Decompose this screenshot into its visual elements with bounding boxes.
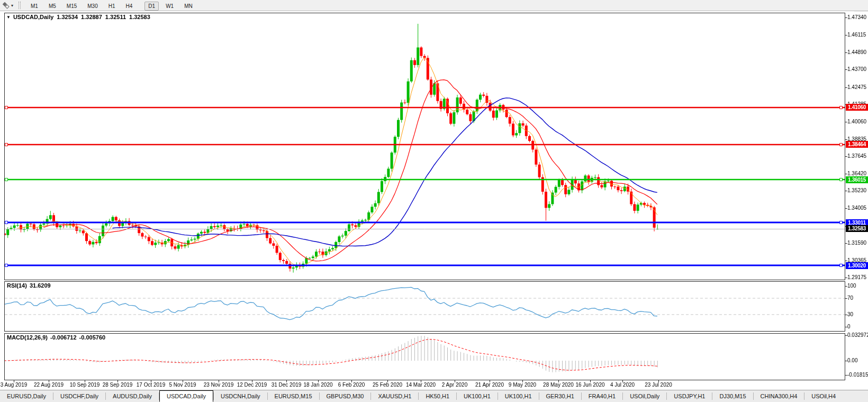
chart-tab-usdchf[interactable]: USDCHF,Daily: [53, 390, 105, 402]
ohlc-high: 1.32887: [81, 14, 102, 20]
price-axis-tick: 1.46115: [847, 32, 866, 38]
chart-tab-usoil[interactable]: USOil,H4: [804, 390, 843, 402]
timeframe-button-m5[interactable]: M5: [45, 2, 60, 11]
date-axis-label: 23 Jul 2020: [645, 382, 672, 388]
price-axis-tick: 1.37645: [847, 153, 866, 159]
price-axis-tick: 1.35230: [847, 187, 866, 193]
rsi-indicator-label: RSI(14)31.6209: [7, 282, 53, 289]
price-axis-tick: 1.36420: [847, 171, 866, 176]
date-axis-label: 25 Feb 2020: [373, 382, 402, 388]
current-price-tag: 1.32583: [846, 225, 868, 232]
chart-tab-uk100[interactable]: UK100,H1: [498, 390, 539, 402]
chart-tab-fra40[interactable]: FRA40,H1: [582, 390, 622, 402]
date-axis-label: 10 Sep 2019: [70, 382, 100, 388]
date-axis-label: 23 Nov 2019: [204, 382, 234, 388]
rsi-name: RSI(14): [7, 282, 27, 289]
date-axis-label: 4 Jul 2020: [610, 382, 635, 388]
timeframe-button-m15[interactable]: M15: [63, 2, 80, 11]
timeframe-button-h4[interactable]: H4: [122, 2, 137, 11]
timeframe-button-w1[interactable]: W1: [162, 2, 177, 11]
chart-tab-china300[interactable]: CHINA300,H4: [754, 390, 804, 402]
chart-tab-hk50[interactable]: HK50,H1: [419, 390, 456, 402]
timeframe-button-m1[interactable]: M1: [27, 2, 42, 11]
date-axis-label: 2 Apr 2020: [442, 382, 467, 388]
date-axis-label: 31 Dec 2019: [272, 382, 302, 388]
chart-tab-eurusd[interactable]: EURUSD,Daily: [0, 390, 53, 402]
chart-tab-eurusd[interactable]: EURUSD,M15: [268, 390, 319, 402]
symbol-title: USDCAD,Daily: [13, 14, 53, 20]
top-toolbar: ▾ M1M5M15M30H1H4D1W1MN: [0, 0, 868, 11]
macd-axis-tick: 0.00: [847, 358, 857, 363]
date-axis-label: 14 Mar 2020: [406, 382, 436, 388]
chevron-down-icon[interactable]: ▾: [11, 3, 13, 8]
chart-tab-dj30[interactable]: DJ30,M15: [712, 390, 753, 402]
date-axis-label: 5 Nov 2019: [169, 382, 196, 388]
price-axis-tick: 1.34005: [847, 205, 866, 211]
date-axis-label: 16 Jun 2020: [575, 382, 604, 388]
chart-tab-usdcnh[interactable]: USDCNH,Daily: [214, 390, 267, 402]
date-axis-label: 12 Dec 2019: [237, 382, 267, 388]
hline-price-tag: 1.38464: [846, 141, 868, 148]
price-chart-canvas[interactable]: [0, 0, 868, 402]
macd-axis-tick: 0.032972: [847, 332, 868, 338]
rsi-axis-tick: 0: [847, 324, 851, 329]
hline-price-tag: 1.30020: [846, 262, 868, 269]
price-axis-tick: 1.42475: [847, 84, 866, 90]
date-axis-label: 3 Aug 2019: [1, 382, 28, 388]
price-axis-tick: 1.40060: [847, 119, 866, 124]
chart-tab-ger30[interactable]: GER30,H1: [539, 390, 581, 402]
chart-tab-bar: EURUSD,DailyUSDCHF,DailyAUDUSD,DailyUSDC…: [0, 390, 868, 402]
macd-indicator-label: MACD(12,26,9)-0.006712-0.005760: [7, 334, 108, 341]
price-axis-tick: 1.43700: [847, 66, 866, 72]
chart-tools-icon[interactable]: [2, 2, 10, 10]
rsi-axis-tick: 70: [847, 295, 853, 301]
ohlc-open: 1.32534: [57, 14, 78, 20]
ohlc-low: 1.32511: [105, 14, 126, 20]
chart-tab-usdcad[interactable]: USDCAD,Daily: [159, 390, 213, 402]
chart-tab-usoil[interactable]: USOil,Daily: [623, 390, 666, 402]
price-axis-tick: 1.29175: [847, 274, 866, 280]
macd-name: MACD(12,26,9): [7, 334, 48, 341]
timeframe-button-d1[interactable]: D1: [144, 2, 159, 11]
rsi-axis-tick: 30: [847, 311, 853, 317]
date-axis-label: 28 May 2020: [543, 382, 574, 388]
chart-title: ▼ USDCAD,Daily 1.32534 1.32887 1.32511 1…: [6, 14, 150, 20]
price-axis-tick: 1.44890: [847, 49, 866, 55]
chart-tab-xauusd[interactable]: XAUUSD,H1: [371, 390, 418, 402]
date-axis-label: 18 Jan 2020: [303, 382, 332, 388]
date-axis-label: 22 Aug 2019: [34, 382, 64, 388]
ohlc-close: 1.32583: [129, 14, 150, 20]
rsi-axis-tick: 100: [847, 283, 856, 289]
macd-axis-tick: -0.018154: [847, 372, 868, 378]
timeframe-buttons: M1M5M15M30H1H4D1W1MN: [25, 1, 203, 10]
chart-tab-uk100[interactable]: UK100,H1: [457, 390, 498, 402]
date-axis-label: 6 Feb 2020: [338, 382, 365, 388]
date-axis-label: 28 Sep 2019: [103, 382, 133, 388]
price-axis-tick: 1.31590: [847, 240, 866, 246]
timeframe-button-h1[interactable]: H1: [105, 2, 119, 11]
toolbar-grip[interactable]: [19, 2, 21, 9]
date-axis-label: 9 May 2020: [509, 382, 536, 388]
rsi-value: 31.6209: [30, 282, 51, 289]
hline-price-tag: 1.41060: [846, 104, 868, 111]
price-axis-tick: 1.47340: [847, 14, 866, 20]
macd-signal-value: -0.005760: [79, 334, 106, 341]
date-axis-label: 17 Oct 2019: [137, 382, 165, 388]
hline-price-tag: 1.36015: [846, 176, 868, 183]
timeframe-button-m30[interactable]: M30: [84, 2, 101, 11]
chart-tab-audusd[interactable]: AUDUSD,Daily: [106, 390, 159, 402]
macd-main-value: -0.006712: [50, 334, 77, 341]
chart-dropdown-icon[interactable]: ▼: [6, 15, 11, 20]
date-axis-label: 21 Apr 2020: [475, 382, 504, 388]
timeframe-button-mn[interactable]: MN: [180, 2, 196, 11]
chart-tab-usdjpy[interactable]: USDJPY,H1: [667, 390, 712, 402]
chart-tab-gbpusd[interactable]: GBPUSD,M30: [320, 390, 371, 402]
